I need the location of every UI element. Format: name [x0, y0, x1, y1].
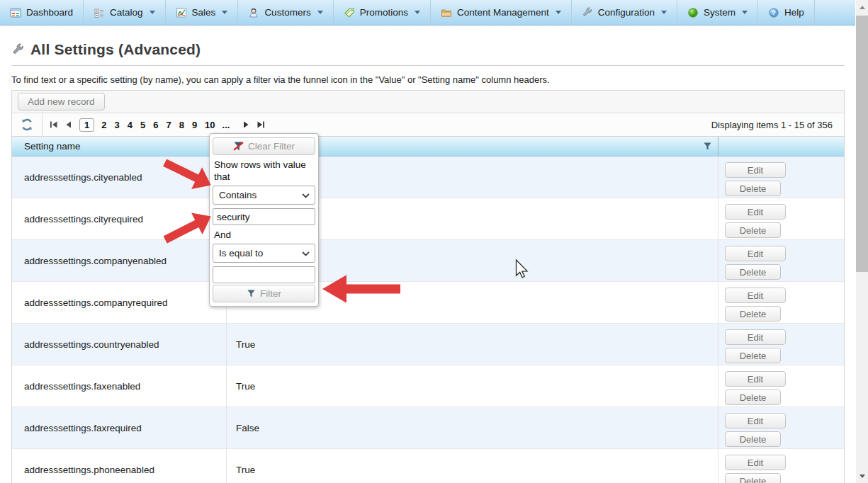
add-new-record-button[interactable]: Add new record — [18, 93, 105, 110]
settings-grid: Add new record 1 2 3 4 5 6 7 8 — [11, 90, 845, 483]
edit-button[interactable]: Edit — [725, 329, 786, 345]
pager: 1 2 3 4 5 6 7 8 9 10 ... — [50, 118, 265, 132]
delete-button[interactable]: Delete — [725, 473, 781, 483]
filter-operator2-value: Is equal to — [219, 248, 263, 258]
page-scrollbar[interactable] — [856, 0, 868, 483]
page-number[interactable]: 5 — [140, 120, 146, 130]
edit-button[interactable]: Edit — [725, 413, 786, 428]
page-number[interactable]: 8 — [179, 120, 185, 130]
pager-status: Displaying items 1 - 15 of 356 — [711, 120, 837, 130]
column-header-setting-name[interactable]: Setting name — [12, 137, 226, 156]
setting-name-cell: addresssettings.companyenabled — [12, 240, 226, 281]
table-row: addresssettings.faxrequired False Edit D… — [12, 407, 844, 449]
nav-item-promotions[interactable]: Promotions — [334, 0, 431, 25]
page-number[interactable]: 7 — [165, 120, 171, 130]
row-actions-cell: Edit Delete — [718, 407, 844, 448]
customers-icon — [248, 7, 259, 18]
filter-operator1-select[interactable]: Contains — [213, 186, 315, 205]
clear-filter-label: Clear Filter — [248, 141, 295, 152]
nav-item-configuration[interactable]: Configuration — [572, 0, 677, 25]
nav-item-catalog[interactable]: Catalog — [84, 0, 166, 25]
filter-prompt: Show rows with value that — [214, 159, 314, 183]
nav-label: Promotions — [360, 7, 408, 18]
row-actions-cell: Edit Delete — [718, 449, 844, 483]
scrollbar-thumb[interactable] — [856, 16, 868, 272]
delete-button[interactable]: Delete — [725, 306, 781, 322]
nav-item-customers[interactable]: Customers — [238, 0, 333, 25]
page-number[interactable]: 9 — [191, 120, 198, 130]
delete-button[interactable]: Delete — [725, 390, 781, 405]
table-row: addresssettings.companyenabled Edit Dele… — [12, 240, 844, 282]
nav-item-dashboard[interactable]: Dashboard — [0, 0, 84, 25]
chevron-down-icon — [222, 11, 227, 14]
chevron-down-icon — [150, 11, 155, 14]
scrollbar-up-button[interactable] — [856, 0, 868, 14]
chevron-down-icon — [556, 11, 561, 14]
nav-item-content-management[interactable]: Content Management — [431, 0, 572, 25]
nav-item-system[interactable]: System — [677, 0, 758, 25]
content-management-icon — [441, 7, 452, 18]
table-row: addresssettings.cityenabled Edit Delete — [12, 157, 844, 198]
scrollbar-down-button[interactable] — [856, 469, 868, 483]
filter-operator2-select[interactable]: Is equal to — [213, 244, 315, 263]
setting-value-cell: True — [226, 324, 718, 365]
nav-label: Help — [784, 7, 804, 18]
edit-button[interactable]: Edit — [725, 246, 786, 261]
nav-item-sales[interactable]: Sales — [166, 0, 239, 25]
edit-button[interactable]: Edit — [725, 204, 786, 220]
page-number[interactable]: 2 — [101, 120, 107, 130]
nav-label: Configuration — [598, 7, 655, 18]
delete-button[interactable]: Delete — [725, 264, 781, 280]
filter-funnel-icon[interactable] — [703, 142, 712, 151]
clear-filter-button[interactable]: Clear Filter — [213, 137, 315, 155]
setting-value-cell: True — [226, 449, 718, 483]
top-navbar: Dashboard Catalog Sales Customers Promot… — [0, 0, 855, 25]
table-header-row: Setting name — [12, 137, 844, 157]
page-number[interactable]: 6 — [152, 120, 159, 130]
edit-button[interactable]: Edit — [725, 162, 786, 178]
delete-button[interactable]: Delete — [725, 181, 781, 196]
first-page-icon[interactable] — [50, 120, 58, 129]
chevron-down-icon — [302, 251, 310, 256]
page-number-current[interactable]: 1 — [79, 118, 94, 132]
chevron-down-icon — [317, 11, 323, 14]
nav-item-help[interactable]: ? Help — [758, 0, 815, 25]
nav-label: Customers — [264, 7, 310, 18]
chevron-down-icon — [415, 11, 420, 14]
pager-ellipsis[interactable]: ... — [222, 120, 230, 130]
filter-funnel-icon — [247, 289, 256, 298]
grid-command-toolbar: Add new record — [12, 91, 844, 113]
page-number[interactable]: 3 — [113, 120, 120, 130]
main-content: All Settings (Advanced) To find text or … — [0, 41, 856, 483]
grid-pager-toolbar: 1 2 3 4 5 6 7 8 9 10 ... Displaying item… — [12, 113, 844, 137]
edit-button[interactable]: Edit — [725, 455, 786, 470]
setting-name-cell: addresssettings.countryenabled — [12, 324, 226, 365]
page-number[interactable]: 10 — [204, 120, 215, 130]
setting-value-cell: False — [226, 407, 718, 448]
page-description: To find text or a specific setting (by n… — [11, 74, 845, 85]
setting-name-cell: addresssettings.faxrequired — [12, 407, 226, 448]
setting-value-cell: True — [226, 365, 718, 407]
chevron-down-icon — [302, 193, 310, 198]
setting-name-cell: addresssettings.companyrequired — [12, 282, 226, 323]
nav-label: System — [704, 7, 735, 18]
filter-value1-input[interactable] — [213, 208, 315, 225]
delete-button[interactable]: Delete — [725, 348, 781, 363]
delete-button[interactable]: Delete — [725, 431, 781, 447]
edit-button[interactable]: Edit — [725, 371, 786, 387]
value-filter-popup: Clear Filter Show rows with value that C… — [209, 133, 319, 307]
nav-label: Catalog — [110, 7, 143, 18]
title-divider — [11, 65, 845, 66]
next-page-icon[interactable] — [242, 120, 250, 129]
delete-button[interactable]: Delete — [725, 222, 781, 238]
apply-filter-button[interactable]: Filter — [213, 285, 315, 302]
column-header-actions — [718, 137, 844, 156]
last-page-icon[interactable] — [257, 120, 265, 129]
table-row: addresssettings.countryenabled True Edit… — [12, 324, 844, 365]
edit-button[interactable]: Edit — [725, 288, 786, 303]
page-number[interactable]: 4 — [127, 120, 133, 130]
refresh-icon[interactable] — [21, 118, 33, 131]
prev-page-icon[interactable] — [64, 120, 73, 129]
filter-value2-input[interactable] — [213, 266, 315, 283]
page-title: All Settings (Advanced) — [11, 41, 845, 58]
